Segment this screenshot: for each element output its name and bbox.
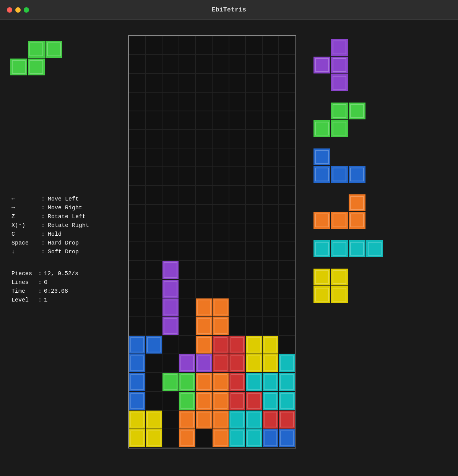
next-piece-grid bbox=[313, 240, 390, 257]
controls-list: ←:Move Left→:Move RightZ:Rotate LeftX(↑)… bbox=[11, 196, 122, 255]
board-cell bbox=[212, 130, 229, 148]
board-cell bbox=[245, 373, 262, 391]
next-piece-cell bbox=[349, 57, 365, 73]
board-cell bbox=[129, 130, 146, 148]
next-piece-cell bbox=[313, 74, 330, 91]
board-cell bbox=[212, 73, 229, 92]
board-cell bbox=[195, 373, 212, 391]
time-value: 0:23.08 bbox=[44, 288, 68, 295]
board-cell bbox=[212, 391, 229, 410]
board-cell bbox=[146, 92, 162, 111]
board-cell bbox=[179, 204, 196, 223]
next-piece-cell bbox=[331, 57, 348, 73]
next-piece-3 bbox=[313, 194, 390, 229]
next-piece-cell bbox=[349, 148, 365, 165]
time-label: Time bbox=[11, 288, 38, 295]
control-action: Move Left bbox=[48, 196, 79, 202]
board-cell bbox=[279, 429, 296, 448]
board-cell bbox=[146, 223, 162, 242]
control-row: ←:Move Left bbox=[11, 196, 122, 202]
board-cell bbox=[146, 73, 162, 92]
board-cell bbox=[179, 73, 196, 92]
board-cell bbox=[179, 336, 196, 354]
board-cell bbox=[279, 130, 296, 148]
fullscreen-button[interactable] bbox=[24, 7, 29, 13]
board-cell bbox=[162, 167, 179, 186]
board-cell bbox=[129, 92, 146, 111]
control-row: Space:Hard Drop bbox=[11, 240, 122, 246]
next-piece-cell bbox=[313, 194, 330, 211]
board-cell bbox=[146, 130, 162, 148]
board-cell bbox=[179, 223, 196, 242]
board-cell bbox=[129, 204, 146, 223]
board-cell bbox=[195, 336, 212, 354]
board-cell bbox=[195, 130, 212, 148]
next-piece-cell bbox=[313, 39, 330, 56]
board-cell bbox=[279, 36, 296, 55]
board-cell bbox=[279, 317, 296, 336]
next-piece-cell bbox=[331, 39, 348, 56]
stats-panel: Pieces : 12, 0.52/s Lines : 0 Time : 0:2… bbox=[11, 271, 122, 303]
control-action: Rotate Right bbox=[48, 222, 89, 229]
board-cell bbox=[195, 223, 212, 242]
board-cell bbox=[229, 373, 246, 391]
control-key: C bbox=[11, 231, 38, 238]
next-piece-cell bbox=[313, 286, 330, 303]
board-cell bbox=[262, 204, 279, 223]
next-piece-cell bbox=[331, 240, 348, 257]
next-piece-cell bbox=[349, 166, 365, 183]
board-cell bbox=[195, 73, 212, 92]
board-cell bbox=[245, 111, 262, 130]
board-cell bbox=[179, 391, 196, 410]
close-button[interactable] bbox=[7, 7, 12, 13]
board-cell bbox=[262, 242, 279, 261]
stat-lines: Lines : 0 bbox=[11, 279, 122, 286]
board-cell bbox=[129, 429, 146, 448]
next-piece-1 bbox=[313, 103, 390, 137]
board-cell bbox=[262, 279, 279, 298]
board-cell bbox=[162, 148, 179, 167]
board-cell bbox=[162, 92, 179, 111]
next-piece-cell bbox=[313, 57, 330, 73]
board-cell bbox=[262, 111, 279, 130]
board-cell bbox=[229, 317, 246, 336]
board-cell bbox=[195, 186, 212, 204]
left-panel: ←:Move Left→:Move RightZ:Rotate LeftX(↑)… bbox=[11, 35, 122, 465]
board-cell bbox=[146, 373, 162, 391]
minimize-button[interactable] bbox=[15, 7, 21, 13]
lines-label: Lines bbox=[11, 279, 38, 286]
board-cell bbox=[279, 148, 296, 167]
next-piece-cell bbox=[349, 39, 365, 56]
board-cell bbox=[279, 92, 296, 111]
next-piece-cell bbox=[313, 120, 330, 137]
board-cell bbox=[162, 73, 179, 92]
board-cell bbox=[279, 223, 296, 242]
board-cell bbox=[262, 336, 279, 354]
board-cell bbox=[279, 279, 296, 298]
traffic-lights bbox=[7, 7, 29, 13]
board-cell bbox=[212, 279, 229, 298]
board-cell bbox=[229, 92, 246, 111]
board-cell bbox=[245, 391, 262, 410]
board-cell bbox=[229, 391, 246, 410]
board-cell bbox=[162, 55, 179, 73]
board-cell bbox=[279, 242, 296, 261]
board-cell bbox=[262, 373, 279, 391]
board-cell bbox=[146, 36, 162, 55]
board-cell bbox=[229, 279, 246, 298]
board-cell bbox=[179, 242, 196, 261]
next-piece-cell bbox=[313, 103, 330, 119]
board-cell bbox=[146, 298, 162, 317]
control-action: Move Right bbox=[48, 205, 82, 211]
board-cell bbox=[279, 373, 296, 391]
board-cell bbox=[179, 36, 196, 55]
board-cell bbox=[146, 261, 162, 279]
board-cell bbox=[262, 36, 279, 55]
control-key: X(↑) bbox=[11, 222, 38, 229]
stat-time: Time : 0:23.08 bbox=[11, 288, 122, 295]
board-cell bbox=[129, 223, 146, 242]
hold-piece-cell bbox=[10, 41, 27, 58]
control-key: → bbox=[11, 205, 38, 211]
board-cell bbox=[262, 429, 279, 448]
next-piece-cell bbox=[331, 148, 348, 165]
